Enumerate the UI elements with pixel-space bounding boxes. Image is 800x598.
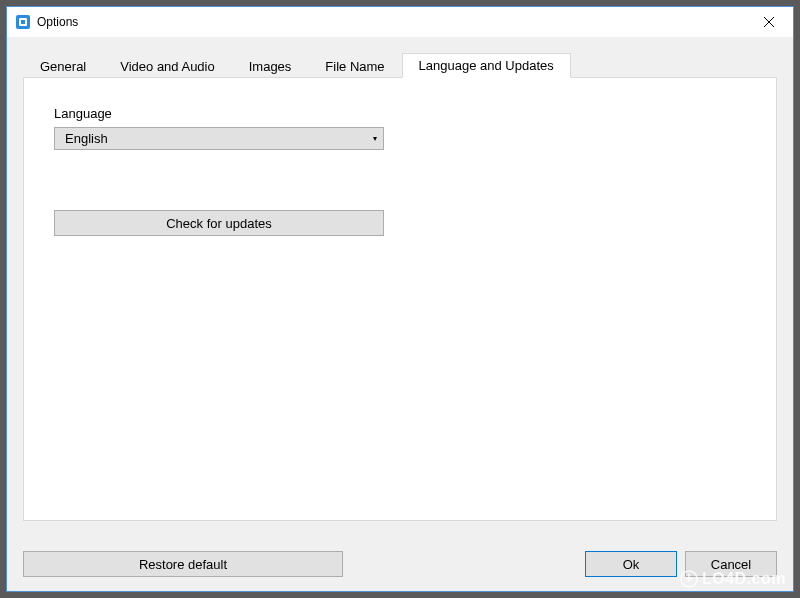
options-dialog: Options General Video and Audio Images F…	[6, 6, 794, 592]
check-updates-label: Check for updates	[166, 216, 272, 231]
tab-language-updates[interactable]: Language and Updates	[402, 53, 571, 78]
tab-general[interactable]: General	[23, 54, 103, 78]
close-button[interactable]	[749, 9, 789, 35]
tabstrip: General Video and Audio Images File Name…	[23, 51, 777, 77]
language-value: English	[65, 131, 108, 146]
tab-file-name[interactable]: File Name	[308, 54, 401, 78]
ok-button[interactable]: Ok	[585, 551, 677, 577]
svg-rect-2	[21, 20, 25, 24]
dialog-footer: Restore default Ok Cancel	[23, 551, 777, 577]
cancel-button[interactable]: Cancel	[685, 551, 777, 577]
language-label: Language	[54, 106, 746, 121]
dialog-content: General Video and Audio Images File Name…	[7, 37, 793, 591]
ok-label: Ok	[623, 557, 640, 572]
app-icon	[15, 14, 31, 30]
titlebar: Options	[7, 7, 793, 37]
window-title: Options	[37, 15, 78, 29]
tabpanel-language-updates: Language English ▾ Check for updates	[23, 77, 777, 521]
footer-left: Restore default	[23, 551, 343, 577]
restore-default-label: Restore default	[139, 557, 227, 572]
close-icon	[764, 17, 774, 27]
cancel-label: Cancel	[711, 557, 751, 572]
footer-right: Ok Cancel	[585, 551, 777, 577]
language-dropdown[interactable]: English ▾	[54, 127, 384, 150]
check-updates-button[interactable]: Check for updates	[54, 210, 384, 236]
tab-images[interactable]: Images	[232, 54, 309, 78]
chevron-down-icon: ▾	[373, 134, 377, 143]
restore-default-button[interactable]: Restore default	[23, 551, 343, 577]
tab-video-audio[interactable]: Video and Audio	[103, 54, 231, 78]
